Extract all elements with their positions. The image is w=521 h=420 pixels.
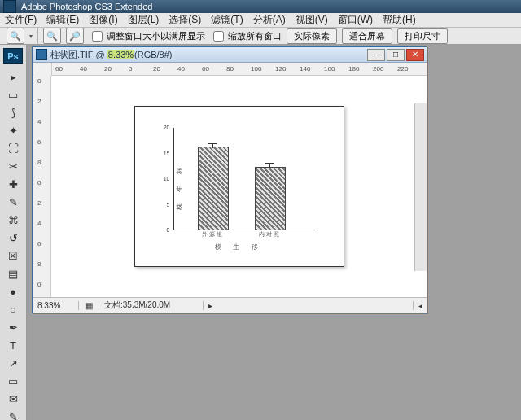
ruler-v-label: 2	[37, 199, 41, 207]
workspace: 柱状图.TIF @ 8.33%(RGB/8#) — □ ✕ 6040200204…	[27, 45, 521, 420]
fit-screen-button[interactable]: 适合屏幕	[342, 28, 392, 44]
vertical-scrollbar[interactable]	[414, 103, 427, 271]
canvas[interactable]: 株 生 标 模 生 移 05101520外 源 组内 对 照	[51, 76, 427, 297]
horizontal-ruler[interactable]: 604020020406080100120140160180200220	[52, 63, 427, 76]
chart-ytick: 20	[155, 125, 170, 130]
menu-select[interactable]: 选择(S)	[169, 13, 201, 27]
document-icon	[36, 49, 47, 60]
status-zoom[interactable]: 8.33%	[33, 301, 79, 310]
notes-tool[interactable]: ✉	[3, 391, 23, 408]
menu-filter[interactable]: 滤镜(T)	[211, 13, 243, 27]
dodge-tool[interactable]: ○	[3, 301, 23, 318]
ruler-h-label: 140	[300, 65, 310, 72]
ruler-v-label: 6	[37, 240, 41, 247]
fit-checkbox[interactable]	[92, 31, 103, 42]
document-statusbar: 8.33% ▦ 文档:35.3M/20.0M ▸ ◂	[33, 297, 427, 313]
marquee-tool[interactable]: ▭	[3, 86, 23, 103]
magic-wand-tool[interactable]: ✦	[3, 122, 23, 139]
ps-logo[interactable]: Ps	[3, 48, 23, 64]
menu-analysis[interactable]: 分析(A)	[253, 13, 286, 27]
menu-layer[interactable]: 图层(L)	[128, 13, 160, 27]
chart-bar	[198, 147, 229, 230]
chart-ytick: 15	[155, 151, 170, 156]
ruler-v-label: 0	[37, 77, 41, 85]
type-tool[interactable]: T	[3, 337, 23, 354]
close-button[interactable]: ✕	[406, 49, 424, 61]
ruler-h-label: 200	[373, 65, 383, 72]
crop-tool[interactable]: ⛶	[3, 140, 23, 157]
zoom-out-button[interactable]: 🔎	[66, 28, 84, 44]
zoom-all-check[interactable]: 缩放所有窗口	[210, 28, 282, 44]
document-titlebar[interactable]: 柱状图.TIF @ 8.33%(RGB/8#) — □ ✕	[33, 47, 427, 63]
path-tool[interactable]: ↗	[3, 355, 23, 372]
ruler-row: 604020020406080100120140160180200220	[33, 63, 427, 76]
fit-on-screen-check[interactable]: 调整窗口大小以满屏显示	[89, 28, 205, 44]
chart-errorcap	[208, 143, 217, 144]
zoom-tool-indicator[interactable]: 🔍	[7, 28, 24, 44]
chart: 株 生 标 模 生 移 05101520外 源 组内 对 照	[154, 121, 325, 252]
ruler-v-label: 2	[37, 98, 41, 105]
menu-help[interactable]: 帮助(H)	[383, 13, 416, 27]
status-info[interactable]: 文档:35.3M/20.0M	[99, 300, 203, 311]
menu-image[interactable]: 图像(I)	[89, 13, 117, 27]
menu-view[interactable]: 视图(V)	[296, 13, 328, 27]
minimize-button[interactable]: —	[367, 49, 385, 61]
vertical-ruler[interactable]: 02468024680	[33, 76, 51, 297]
scroll-left-button[interactable]: ◂	[413, 301, 427, 310]
lasso-tool[interactable]: ⟆	[3, 104, 23, 121]
dropdown-arrow-icon[interactable]: ▾	[29, 33, 33, 40]
brush-tool[interactable]: ✎	[3, 194, 23, 211]
ruler-v-label: 8	[37, 260, 41, 268]
ruler-h-label: 40	[177, 65, 185, 72]
chart-errorbar	[269, 163, 270, 169]
chart-ytick: 0	[155, 227, 170, 233]
ruler-v-label: 4	[37, 118, 41, 125]
options-bar: 🔍 ▾ 🔍 🔎 调整窗口大小以满屏显示 缩放所有窗口 实际像素 适合屏幕 打印尺…	[0, 28, 521, 45]
shape-tool[interactable]: ▭	[3, 373, 23, 390]
status-icon[interactable]: ▦	[79, 301, 99, 310]
zoom-all-label: 缩放所有窗口	[228, 30, 282, 42]
ruler-h-label: 80	[226, 65, 234, 72]
body-row: Ps ▸ ▭ ⟆ ✦ ⛶ ✂ ✚ ✎ ⌘ ↺ ☒ ▤ ● ○ ✒ T ↗ ▭ ✉…	[0, 45, 521, 420]
move-tool[interactable]: ▸	[3, 68, 23, 85]
app-title: Adobe Photoshop CS3 Extended	[21, 2, 152, 11]
chart-category-label: 外 源 组	[188, 230, 237, 238]
chart-ylabel: 株 生 标	[174, 163, 183, 210]
menubar: 文件(F) 编辑(E) 图像(I) 图层(L) 选择(S) 滤镜(T) 分析(A…	[0, 13, 521, 28]
ruler-h-label: 100	[251, 65, 261, 72]
document-window: 柱状图.TIF @ 8.33%(RGB/8#) — □ ✕ 6040200204…	[32, 46, 427, 313]
document-page: 株 生 标 模 生 移 05101520外 源 组内 对 照	[134, 106, 344, 267]
app-icon	[3, 0, 16, 13]
gradient-tool[interactable]: ▤	[3, 265, 23, 282]
app-titlebar: Adobe Photoshop CS3 Extended	[0, 0, 521, 13]
doc-title-prefix: 柱状图.TIF @	[50, 50, 107, 59]
options-divider	[37, 28, 38, 44]
slice-tool[interactable]: ✂	[3, 158, 23, 175]
zoom-in-button[interactable]: 🔍	[43, 28, 61, 44]
doc-body: 02468024680 株 生 标 模 生 移 05101520外 源 组内 对…	[33, 76, 427, 297]
pen-tool[interactable]: ✒	[3, 319, 23, 336]
ruler-v-label: 8	[37, 159, 41, 166]
menu-edit[interactable]: 编辑(E)	[46, 13, 79, 27]
eyedropper-tool[interactable]: ✎	[3, 409, 23, 420]
ruler-h-label: 60	[202, 65, 209, 72]
zoom-all-checkbox[interactable]	[213, 31, 224, 42]
eraser-tool[interactable]: ☒	[3, 247, 23, 265]
ruler-h-label: 0	[129, 65, 132, 72]
document-title: 柱状图.TIF @ 8.33%(RGB/8#)	[50, 49, 173, 61]
menu-file[interactable]: 文件(F)	[5, 13, 37, 27]
ruler-h-label: 220	[397, 65, 408, 72]
ruler-v-label: 0	[37, 281, 41, 288]
scroll-right-button[interactable]: ▸	[203, 301, 217, 310]
healing-tool[interactable]: ✚	[3, 176, 23, 193]
chart-ytick: 10	[155, 176, 170, 182]
actual-pixels-button[interactable]: 实际像素	[287, 28, 337, 44]
maximize-button[interactable]: □	[387, 49, 405, 61]
print-size-button[interactable]: 打印尺寸	[397, 28, 448, 44]
history-brush-tool[interactable]: ↺	[3, 230, 23, 247]
clone-tool[interactable]: ⌘	[3, 212, 23, 229]
ruler-v-label: 6	[37, 138, 41, 146]
blur-tool[interactable]: ●	[3, 283, 23, 300]
ruler-h-label: 180	[348, 65, 359, 72]
menu-window[interactable]: 窗口(W)	[338, 13, 373, 27]
